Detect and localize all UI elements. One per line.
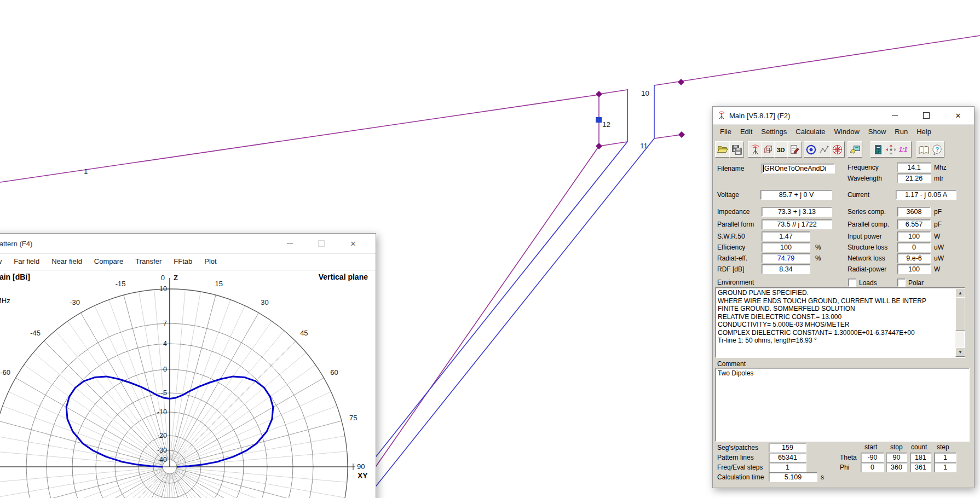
seg-s-patches-value: 159	[782, 444, 793, 451]
scroll-up-icon[interactable]: ▲	[955, 288, 965, 298]
seg-s-patches-field[interactable]: 159	[769, 443, 806, 453]
wavelength-value: 21.26	[906, 175, 923, 182]
rdf-field[interactable]: 8.34	[762, 264, 810, 274]
parallel_comp-label: Parallel comp.	[848, 221, 889, 228]
structure_loss-unit: uW	[934, 244, 944, 251]
pattern-menu-plot[interactable]: Plot	[198, 253, 222, 270]
pattern-window: Pattern (F4) ✕ WindowFar fieldNear field…	[0, 233, 376, 498]
series_comp-label: Series comp.	[848, 208, 886, 216]
radiat_eff-field[interactable]: 74.79	[762, 253, 810, 263]
polar-plot: 10740-5-10-20-30-40-60-45-30-15153045607…	[0, 270, 376, 498]
pattern-menu-window[interactable]: Window	[0, 253, 8, 270]
comment-box[interactable]: Two Dipoles	[715, 368, 970, 442]
theta-count-field[interactable]: 181	[910, 453, 931, 462]
frequency-unit: Mhz	[934, 164, 947, 171]
wavelength-field[interactable]: 21.26	[897, 173, 931, 183]
rdf-label: RDF [dB]	[717, 265, 744, 273]
main-window: Main [V5.8.17] (F2) ✕ FileEditSettingsCa…	[712, 106, 975, 488]
pattern-menu-transfer[interactable]: Transfer	[129, 253, 168, 270]
wire-number-label: 12	[602, 120, 610, 129]
environment-line: FINITE GROUND. SOMMERFELD SOLUTION	[716, 305, 955, 313]
current-value: 1.17 - j 0.05 A	[905, 191, 947, 199]
environment-text: GROUND PLANE SPECIFIED.WHERE WIRE ENDS T…	[716, 289, 955, 355]
feed-point-marker	[596, 117, 602, 123]
parallel_form-label: Parallel form	[717, 221, 754, 228]
maximize-icon[interactable]	[305, 235, 337, 252]
network_loss-field[interactable]: 9.e-6	[897, 253, 931, 263]
environment-line: Tr-line 1: 50 ohms, length=16.93 °	[716, 337, 955, 345]
phi-start-field[interactable]: 0	[861, 462, 884, 472]
impedance-value: 73.3 + j 3.13	[778, 208, 816, 216]
pattern-menubar: WindowFar fieldNear fieldCompareTransfer…	[0, 253, 223, 270]
scroll-thumb[interactable]	[955, 297, 965, 331]
theta-label: Theta	[840, 454, 857, 461]
calculation-time-field[interactable]: 5.109	[769, 472, 817, 482]
minimize-icon[interactable]	[274, 235, 305, 252]
series_comp-value: 3608	[907, 208, 922, 216]
environment-scrollbar[interactable]: ▲▼	[955, 288, 964, 357]
theta-count-value: 181	[915, 454, 926, 461]
filename-field[interactable]: GROneToOneAndDi	[762, 164, 835, 173]
angle-label: 15	[215, 280, 223, 288]
theta-step-field[interactable]: 1	[934, 453, 956, 462]
parallel_form-value: 73.5 // j 1722	[777, 221, 816, 228]
sweep-header-count: count	[911, 443, 927, 451]
radiat_eff-value: 74.79	[777, 254, 794, 262]
swr-field[interactable]: 1.47	[762, 231, 810, 241]
environment-line: CONDUCTIVITY= 5.000E-03 MHOS/METER	[716, 321, 955, 329]
phi-step-value: 1	[943, 464, 947, 471]
pattern-lines-field[interactable]: 65341	[769, 453, 806, 462]
checkbox-polar[interactable]	[897, 279, 906, 287]
phi-stop-field[interactable]: 360	[886, 462, 907, 472]
structure_loss-field[interactable]: 0	[897, 242, 931, 252]
wire-end-marker	[678, 79, 684, 85]
angle-label: -30	[70, 298, 80, 306]
current-field[interactable]: 1.17 - j 0.05 A	[896, 190, 956, 200]
input_power-field[interactable]: 100	[897, 231, 931, 241]
phi-step-field[interactable]: 1	[934, 462, 956, 472]
frequency-label: Frequency	[848, 164, 879, 171]
scroll-down-icon[interactable]: ▼	[955, 348, 965, 357]
network_loss-unit: uW	[934, 254, 944, 262]
radiat_eff-label: Radiat-eff.	[717, 254, 747, 262]
swr-value: 1.47	[779, 233, 792, 240]
theta-stop-field[interactable]: 90	[886, 453, 907, 462]
angle-label: 75	[349, 414, 357, 422]
close-icon[interactable]: ✕	[337, 235, 369, 252]
wire-number-label: 10	[641, 89, 649, 97]
series_comp-unit: pF	[934, 208, 942, 216]
series_comp-field[interactable]: 3608	[897, 207, 931, 217]
environment-line: COMPLEX DIELECTRIC CONSTANT= 1.30000E+01…	[716, 329, 955, 337]
pattern-lines-label: Pattern lines	[717, 454, 754, 461]
wire-segment	[0, 95, 599, 182]
freq-eval-steps-field[interactable]: 1	[769, 462, 806, 472]
pattern-menu-far-field[interactable]: Far field	[8, 253, 45, 270]
pattern-menu-fftab[interactable]: FFtab	[168, 253, 198, 270]
ring-db-label: -10	[157, 408, 167, 416]
environment-listbox[interactable]: GROUND PLANE SPECIFIED.WHERE WIRE ENDS T…	[715, 287, 965, 358]
radiat_power-label: Radiat-power	[848, 265, 886, 273]
wavelength-label: Wavelength	[848, 175, 882, 182]
filename-value: GROneToOneAndDi	[764, 165, 826, 172]
frequency-value: 14.1	[907, 164, 920, 171]
input_power-value: 100	[908, 233, 920, 240]
parallel_comp-unit: pF	[934, 221, 942, 228]
theta-start-field[interactable]: -90	[861, 453, 884, 462]
pattern-menu-near-field[interactable]: Near field	[45, 253, 88, 270]
radiat_power-field[interactable]: 100	[897, 264, 931, 274]
theta-start-value: -90	[867, 454, 877, 461]
angle-label: 45	[300, 329, 308, 337]
environment-line: RELATIVE DIELECTRIC CONST.= 13.000	[716, 313, 955, 321]
parallel_form-field[interactable]: 73.5 // j 1722	[762, 219, 832, 229]
phi-stop-value: 360	[891, 464, 902, 471]
filename-label: Filename	[717, 165, 744, 172]
pattern-window-title: Pattern (F4)	[0, 240, 32, 248]
impedance-field[interactable]: 73.3 + j 3.13	[762, 207, 832, 217]
phi-count-field[interactable]: 361	[910, 462, 931, 472]
parallel_comp-field[interactable]: 6.557	[897, 219, 931, 229]
efficiency-field[interactable]: 100	[762, 242, 810, 252]
frequency-field[interactable]: 14.1	[897, 163, 931, 172]
checkbox-loads[interactable]	[848, 279, 856, 287]
voltage-field[interactable]: 85.7 + j 0 V	[760, 190, 832, 200]
pattern-menu-compare[interactable]: Compare	[88, 253, 129, 270]
